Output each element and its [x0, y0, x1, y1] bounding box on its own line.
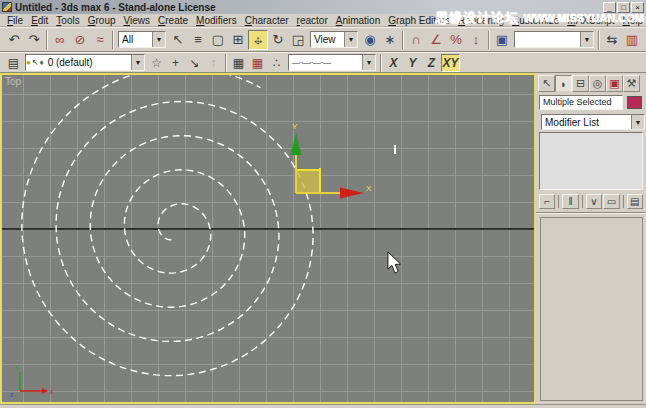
command-panel: ↖ ◗ ⊟ ◎ ▣ ⚒ Multiple Selected Modifier L… [536, 73, 646, 404]
menu-modifiers[interactable]: Modifiers [192, 15, 241, 26]
modifier-list-dropdown[interactable]: Modifier List ▼ [541, 114, 645, 130]
align-button[interactable]: ▥ [622, 30, 642, 50]
current-layer-name: 0 (default) [45, 57, 131, 68]
tripod-x-arrowhead [42, 388, 48, 394]
toolbar-separator [488, 31, 490, 49]
tab-motion[interactable]: ◎ [589, 75, 606, 92]
menu-graph-editors[interactable]: Graph Editors [384, 15, 454, 26]
modifier-stack-list[interactable] [539, 132, 643, 190]
tab-modify[interactable]: ◗ [555, 75, 572, 92]
layer-select-icon: ↖ [32, 58, 39, 67]
chevron-down-icon[interactable]: ▼ [152, 32, 165, 47]
rect-selection-region-button[interactable]: ▢ [208, 30, 228, 50]
menu-create[interactable]: Create [154, 15, 192, 26]
array-button[interactable]: ▦ [248, 54, 267, 72]
bind-to-space-warp-icon[interactable]: ≈ [90, 30, 110, 50]
linetype-dropdown[interactable]: —··—··—··— ▼ [288, 54, 376, 71]
chevron-down-icon[interactable]: ▼ [344, 32, 357, 47]
named-selection-dropdown[interactable]: ▼ [514, 31, 594, 48]
restrict-z-button[interactable]: Z [422, 54, 441, 72]
gizmo-y-label: Y [292, 122, 298, 131]
menu-tools[interactable]: Tools [52, 15, 83, 26]
restore-button[interactable]: □ [617, 2, 630, 13]
transform-gizmo[interactable]: Y X [291, 122, 373, 199]
percent-snap-toggle[interactable]: % [446, 30, 466, 50]
chevron-down-icon[interactable]: ▼ [131, 55, 144, 70]
chevron-down-icon[interactable]: ▼ [631, 115, 644, 129]
minimize-button[interactable]: _ [603, 2, 616, 13]
menu-customize[interactable]: Customize [508, 15, 563, 26]
object-color-swatch[interactable] [627, 96, 642, 109]
object-name-field[interactable]: Multiple Selected [539, 95, 623, 110]
window-crossing-toggle[interactable]: ⊞ [228, 30, 248, 50]
select-and-rotate-button[interactable]: ↻ [268, 30, 288, 50]
pin-stack-button[interactable]: ⌐ [539, 194, 555, 209]
undo-button[interactable]: ↶ [4, 30, 24, 50]
mirror-button[interactable]: ⇆ [602, 30, 622, 50]
remove-modifier-button[interactable]: ▭ [603, 194, 619, 209]
menu-maxscript[interactable]: MAXScript [563, 15, 618, 26]
tripod-y-label: y [15, 363, 19, 371]
add-selection-to-layer-button[interactable]: + [166, 54, 185, 72]
tab-display[interactable]: ▣ [606, 75, 623, 92]
use-pivot-center-button[interactable]: ◉ [360, 30, 380, 50]
menu-edit[interactable]: Edit [27, 15, 52, 26]
spacing-tool-button[interactable]: ∴ [267, 54, 286, 72]
menu-views[interactable]: Views [120, 15, 155, 26]
selection-filter-dropdown[interactable]: All ▼ [118, 31, 166, 48]
menu-help[interactable]: Help [619, 15, 646, 26]
toolbar-separator [402, 31, 404, 49]
toolbar-separator [623, 195, 624, 208]
layer-manager-button[interactable]: ▤ [642, 30, 646, 50]
select-and-link-icon[interactable]: ∞ [50, 30, 70, 50]
layer-dropdown[interactable]: ● ↖ ♦ 0 (default) ▼ [25, 54, 145, 71]
gizmo-xy-plane-handle[interactable] [296, 170, 320, 193]
tab-utilities[interactable]: ⚒ [623, 75, 640, 92]
menu-file[interactable]: File [3, 15, 27, 26]
menu-character[interactable]: Character [241, 15, 293, 26]
layers-toolbar: ▤ ● ↖ ♦ 0 (default) ▼ ☆ + ↘ ↑ ▦ ▦ ∴ —··—… [0, 52, 646, 73]
select-and-scale-button[interactable]: ◲ [288, 30, 308, 50]
tab-hierarchy[interactable]: ⊟ [572, 75, 589, 92]
restrict-y-button[interactable]: Y [403, 54, 422, 72]
chevron-down-icon[interactable]: ▼ [362, 55, 375, 70]
viewport-canvas: Y X x y z [2, 75, 534, 402]
select-objects-in-layer-button[interactable]: ↘ [185, 54, 204, 72]
restrict-x-button[interactable]: X [384, 54, 403, 72]
menu-animation[interactable]: Animation [332, 15, 384, 26]
gizmo-y-arrowhead[interactable] [291, 133, 302, 155]
angle-snap-toggle[interactable]: ∠ [426, 30, 446, 50]
toolbar-separator [558, 195, 559, 208]
snap-3d-toggle[interactable]: ∩ [406, 30, 426, 50]
spinner-snap-toggle[interactable]: ↕ [466, 30, 486, 50]
select-and-move-button[interactable]: ↔ ↕ [248, 30, 268, 50]
select-and-manipulate-button[interactable]: ∗ [380, 30, 400, 50]
tab-create[interactable]: ↖ [538, 75, 555, 92]
viewport-label[interactable]: Top [5, 76, 21, 87]
named-selection-sets-button[interactable]: ▣ [492, 30, 512, 50]
redo-button[interactable]: ↷ [24, 30, 44, 50]
select-object-button[interactable]: ↖ [168, 30, 188, 50]
layers-icon[interactable]: ▤ [4, 54, 23, 72]
set-current-layer-button[interactable]: ↑ [204, 54, 223, 72]
show-end-result-button[interactable]: ‖ [562, 194, 578, 209]
coordinate-system-dropdown[interactable]: View ▼ [310, 31, 358, 48]
menu-group[interactable]: Group [84, 15, 120, 26]
select-by-name-button[interactable]: ≡ [188, 30, 208, 50]
rollout-area [540, 217, 643, 401]
gizmo-x-arrowhead[interactable] [340, 188, 364, 199]
chevron-down-icon[interactable]: ▼ [580, 32, 593, 47]
restrict-xy-plane-button[interactable]: XY [441, 54, 460, 72]
menu-reactor[interactable]: reactor [293, 15, 332, 26]
make-unique-button[interactable]: ∨ [586, 194, 602, 209]
menu-rendering[interactable]: Rendering [454, 15, 508, 26]
unlink-selection-icon[interactable]: ⊘ [70, 30, 90, 50]
viewport-top[interactable]: Y X x y z Top [0, 73, 536, 404]
snapshot-button[interactable]: ▦ [229, 54, 248, 72]
layer-visibility-icon: ● [26, 58, 31, 67]
create-new-layer-button[interactable]: ☆ [147, 54, 166, 72]
configure-modifier-sets-button[interactable]: ▤ [627, 194, 643, 209]
helix-spline[interactable] [22, 75, 313, 376]
bottom-strip [0, 404, 646, 408]
close-button[interactable]: × [631, 2, 644, 13]
